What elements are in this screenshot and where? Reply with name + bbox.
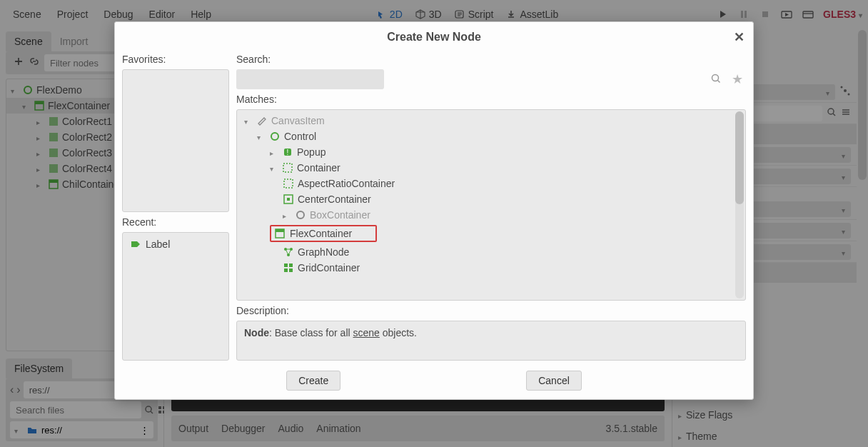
match-container[interactable]: Container [237,160,745,176]
matches-tree[interactable]: CanvasItem Control ! Popup [236,109,746,301]
renderer-selector[interactable]: GLES3 [823,9,862,20]
expand-icon[interactable] [36,179,45,190]
colorrect-icon [48,116,59,127]
cancel-button[interactable]: Cancel [526,371,582,391]
match-centercontainer[interactable]: CenterContainer [237,191,745,207]
add-node-icon[interactable] [13,56,24,70]
play-icon[interactable] [716,8,729,21]
control-icon [22,84,34,96]
match-aspectratiocontainer[interactable]: AspectRatioContainer [237,176,745,191]
renderer-label: GLES3 [823,9,856,20]
pause-icon[interactable] [737,8,750,21]
expand-icon [678,431,682,442]
link-icon[interactable] [29,56,40,70]
flexcontainer-icon [274,228,286,239]
menu-scene[interactable]: Scene [6,4,49,24]
recent-panel[interactable]: Label [122,232,229,361]
description-label: Description: [236,303,746,318]
tree-node-label: ColorRect2 [62,131,112,143]
play-custom-scene-icon[interactable] [802,8,814,21]
svg-rect-7 [35,101,44,104]
svg-rect-10 [49,149,58,157]
tab-scene[interactable]: Scene [6,31,51,51]
match-label: GridContainer [298,262,360,273]
description-text2: objects. [380,327,417,338]
search-icon[interactable] [144,402,154,418]
collapse-icon[interactable] [257,131,266,142]
bottom-tab-debugger[interactable]: Debugger [221,423,266,434]
svg-rect-39 [284,268,288,272]
inspector-group-theme[interactable]: Theme [672,426,857,447]
expand-icon[interactable] [270,146,278,158]
expand-icon[interactable] [283,209,291,221]
workspace-assetlib-label: AssetLib [520,9,558,20]
collapse-icon[interactable] [14,425,23,436]
menu-project[interactable]: Project [50,4,96,24]
expand-icon[interactable] [36,147,45,159]
fs-search-input[interactable] [10,401,141,418]
workspace-3d-tab[interactable]: 3D [410,6,448,23]
svg-rect-27 [283,164,292,172]
stop-icon[interactable] [759,8,772,21]
search-input[interactable] [236,69,384,89]
workspace-2d-tab[interactable]: 2D [370,6,408,23]
match-popup[interactable]: ! Popup [237,144,745,160]
search-icon[interactable] [827,107,837,119]
match-flexcontainer[interactable]: FlexContainer [237,223,745,244]
match-label: FlexContainer [290,228,352,239]
description-scene-link[interactable]: scene [353,327,380,338]
match-label: Container [297,162,340,174]
script-icon [455,9,465,19]
tab-import[interactable]: Import [51,31,97,51]
nav-back-icon[interactable]: ‹ [10,382,14,398]
cube-3d-icon [415,9,425,19]
inspector-scrollbar[interactable] [857,29,868,447]
nav-fwd-icon[interactable]: › [16,382,20,398]
collapse-icon[interactable] [22,100,31,111]
search-icon [710,73,722,87]
workspace-2d-label: 2D [390,9,403,20]
expand-icon[interactable] [36,163,45,174]
settings-icon[interactable] [841,107,851,119]
close-icon[interactable]: ✕ [734,29,745,45]
chevron-down-icon [842,149,845,161]
boxcontainer-icon [295,209,306,221]
match-control[interactable]: Control [237,129,745,144]
inspector-props-icon[interactable] [839,85,851,99]
popup-icon: ! [282,146,293,158]
download-icon [506,9,516,19]
fs-more-icon[interactable]: ⋮ [140,425,149,436]
match-graphnode[interactable]: GraphNode [237,244,745,260]
svg-point-22 [828,109,834,114]
play-scene-icon[interactable] [780,8,793,21]
inspector-group-label: Theme [686,431,851,442]
chevron-down-icon [842,171,845,182]
collapse-icon[interactable] [11,84,19,96]
recent-item[interactable]: Label [126,236,226,253]
collapse-icon[interactable] [244,115,253,126]
match-label: AspectRatioContainer [298,178,395,189]
svg-rect-30 [287,198,290,201]
collapse-icon[interactable] [270,162,278,174]
workspace-script-tab[interactable]: Script [449,6,500,23]
svg-point-31 [297,211,304,219]
match-gridcontainer[interactable]: GridContainer [237,260,745,276]
favorites-panel[interactable] [122,69,229,212]
match-canvasitem[interactable]: CanvasItem [237,113,745,129]
matches-scrollbar[interactable] [735,111,744,298]
svg-rect-33 [276,229,284,232]
bottom-tab-audio[interactable]: Audio [278,423,304,434]
match-boxcontainer[interactable]: BoxContainer [237,207,745,223]
chevron-down-icon [842,225,845,236]
create-button[interactable]: Create [286,371,340,391]
recent-item-label: Label [146,238,170,250]
favorite-star-icon[interactable]: ★ [732,71,746,87]
tab-filesystem[interactable]: FileSystem [6,358,72,378]
bottom-tab-output[interactable]: Output [178,423,208,434]
bottom-tab-animation[interactable]: Animation [316,423,360,434]
expand-icon[interactable] [36,116,45,127]
expand-icon[interactable] [36,131,45,143]
svg-rect-13 [49,180,58,183]
inspector-group-sizeflags[interactable]: Size Flags [672,404,857,426]
workspace-assetlib-tab[interactable]: AssetLib [500,6,564,23]
